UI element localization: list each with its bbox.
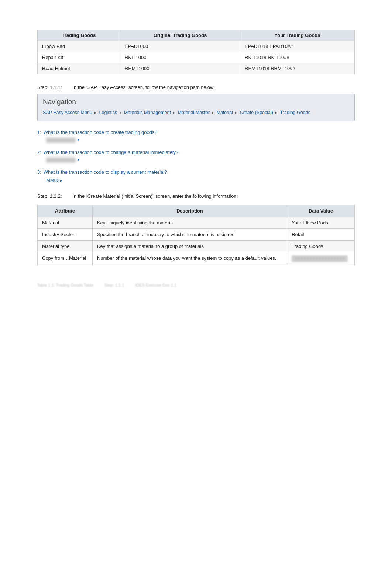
question-number: 3: bbox=[37, 169, 41, 175]
navigation-title: Navigation bbox=[43, 98, 349, 106]
step-1-1-2-instruction: In the “Create Material (Initial Screen)… bbox=[72, 193, 238, 199]
attr-data-value: Your Elbow Pads bbox=[287, 217, 355, 229]
col-header-original: Original Trading Goods bbox=[120, 30, 240, 41]
table-row: Road HelmetRHMT1000RHMT1018 RHMT10## bbox=[38, 63, 355, 74]
attr-attribute: Material type bbox=[38, 241, 93, 252]
question-text: What is the transaction code to display … bbox=[44, 169, 167, 175]
nav-path-item[interactable]: SAP Easy Access Menu bbox=[43, 110, 92, 115]
trading-goods-table: Trading Goods Original Trading Goods You… bbox=[37, 30, 355, 74]
footer-bar: Table 1.1: Trading Goods Table Step: 1.1… bbox=[37, 280, 355, 290]
attr-data-value: XXXXXXXXXXXXXXXXX bbox=[287, 252, 355, 265]
attr-attribute: Industry Sector bbox=[38, 229, 93, 241]
step-1-1-2-label: Step: 1.1.2: bbox=[37, 193, 62, 199]
nav-separator: ▸ bbox=[211, 110, 216, 115]
answer-container: MM03▸ bbox=[37, 176, 355, 183]
attr-attribute: Material bbox=[38, 217, 93, 229]
nav-path-item[interactable]: Material Master bbox=[178, 110, 210, 115]
table-cell: RKIT1018 RKIT10## bbox=[240, 52, 355, 63]
footer-item-2: Step: 1.1.1 bbox=[104, 283, 124, 287]
answer-container: XXXX ▸ bbox=[37, 137, 355, 143]
col-header-your: Your Trading Goods bbox=[240, 30, 355, 41]
table-row: Copy from…MaterialNumber of the material… bbox=[38, 252, 355, 265]
nav-separator: ▸ bbox=[118, 110, 123, 115]
questions-section: 1:What is the transaction code to create… bbox=[37, 130, 355, 183]
table-cell: Repair Kit bbox=[38, 52, 120, 63]
step-1-1-1-label: Step: 1.1.1: bbox=[37, 84, 62, 90]
table-cell: RHMT1018 RHMT10## bbox=[240, 63, 355, 74]
nav-path-item[interactable]: Material bbox=[217, 110, 233, 115]
attr-data-value: Trading Goods bbox=[287, 241, 355, 252]
blurred-answer: XXXX bbox=[46, 158, 76, 163]
table-row: Industry SectorSpecifies the branch of i… bbox=[38, 229, 355, 241]
table-cell: RHMT1000 bbox=[120, 63, 240, 74]
answer-arrow: ▸ bbox=[76, 137, 80, 142]
attr-col-data-value: Data Value bbox=[287, 205, 355, 217]
step-1-1-1-instruction: In the “SAP Easy Access” screen, follow … bbox=[72, 84, 215, 90]
footer-item-3: IDES Exercise Doc 1.1 bbox=[135, 283, 176, 287]
table-row: Elbow PadEPAD1000EPAD1018 EPAD10## bbox=[38, 41, 355, 52]
attr-description: Key that assigns a material to a group o… bbox=[92, 241, 287, 252]
table-cell: EPAD1018 EPAD10## bbox=[240, 41, 355, 52]
attribute-table: Attribute Description Data Value Materia… bbox=[37, 205, 355, 265]
answer-arrow: ▸ bbox=[60, 178, 62, 183]
attr-description: Number of the material whose data you wa… bbox=[92, 252, 287, 265]
answer-text: MM03 bbox=[46, 177, 59, 183]
navigation-box: Navigation SAP Easy Access Menu ▸ Logist… bbox=[37, 94, 355, 121]
table-cell: RKIT1000 bbox=[120, 52, 240, 63]
table-cell: Elbow Pad bbox=[38, 41, 120, 52]
attr-data-value: Retail bbox=[287, 229, 355, 241]
attr-description: Key uniquely identifying the material bbox=[92, 217, 287, 229]
attr-col-attribute: Attribute bbox=[38, 205, 93, 217]
table-cell: EPAD1000 bbox=[120, 41, 240, 52]
nav-path-item[interactable]: Create (Special) bbox=[240, 110, 273, 115]
nav-path-item[interactable]: Trading Goods bbox=[280, 110, 310, 115]
question-text: What is the transaction code to create t… bbox=[44, 130, 157, 135]
attr-description: Specifies the branch of industry to whic… bbox=[92, 229, 287, 241]
table-row: Material typeKey that assigns a material… bbox=[38, 241, 355, 252]
answer-container: XXXX ▸ bbox=[37, 156, 355, 163]
navigation-path: SAP Easy Access Menu ▸ Logistics ▸ Mater… bbox=[43, 109, 349, 117]
attr-col-description: Description bbox=[92, 205, 287, 217]
nav-separator: ▸ bbox=[93, 110, 98, 115]
page-wrapper: Trading Goods Original Trading Goods You… bbox=[37, 0, 355, 320]
question-number: 2: bbox=[37, 149, 41, 155]
blurred-value: XXXXXXXXXXXXXXXXX bbox=[292, 255, 348, 262]
answer-arrow: ▸ bbox=[76, 157, 80, 162]
nav-separator: ▸ bbox=[274, 110, 279, 115]
step-1-1-2-text: Step: 1.1.2: In the “Create Material (In… bbox=[37, 193, 355, 199]
table-row: Repair KitRKIT1000RKIT1018 RKIT10## bbox=[38, 52, 355, 63]
question-item: 2:What is the transaction code to change… bbox=[37, 149, 355, 163]
footer-item-1: Table 1.1: Trading Goods Table bbox=[37, 283, 93, 287]
col-header-trading-goods: Trading Goods bbox=[38, 30, 120, 41]
question-item: 1:What is the transaction code to create… bbox=[37, 130, 355, 143]
question-number: 1: bbox=[37, 130, 41, 135]
attr-attribute: Copy from…Material bbox=[38, 252, 93, 265]
step-1-1-1-text: Step: 1.1.1: In the “SAP Easy Access” sc… bbox=[37, 84, 355, 90]
question-text: What is the transaction code to change a… bbox=[44, 149, 179, 155]
nav-separator: ▸ bbox=[172, 110, 177, 115]
blurred-answer: XXXX bbox=[46, 138, 76, 143]
nav-path-item[interactable]: Materials Management bbox=[124, 110, 171, 115]
table-cell: Road Helmet bbox=[38, 63, 120, 74]
nav-path-item[interactable]: Logistics bbox=[99, 110, 117, 115]
question-item: 3:What is the transaction code to displa… bbox=[37, 169, 355, 183]
nav-separator: ▸ bbox=[234, 110, 239, 115]
table-row: MaterialKey uniquely identifying the mat… bbox=[38, 217, 355, 229]
